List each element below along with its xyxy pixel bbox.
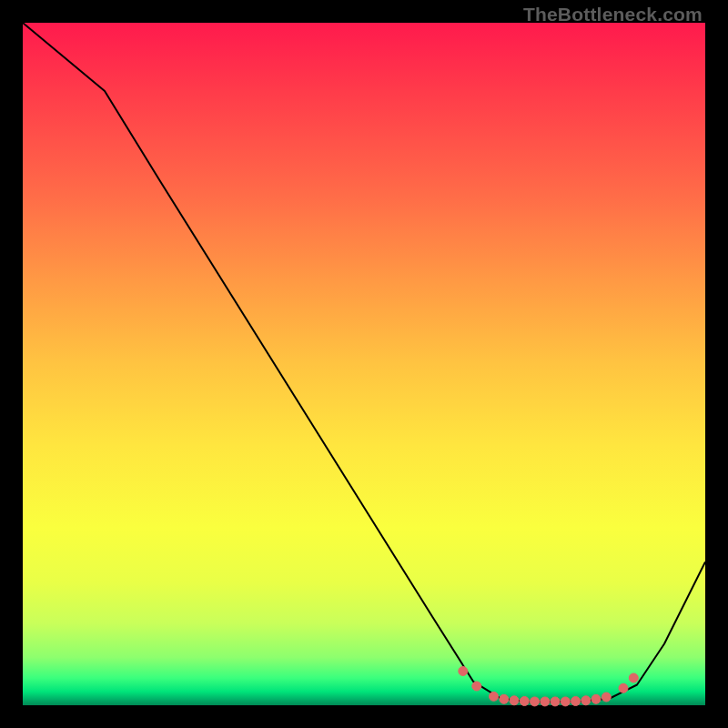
chart-root: { "watermark": "TheBottleneck.com", "col…	[0, 0, 728, 728]
valley-dot	[520, 697, 529, 706]
valley-dot	[619, 683, 628, 693]
valley-dot	[531, 697, 540, 706]
valley-dots-group	[459, 667, 639, 706]
chart-overlay	[23, 23, 705, 705]
valley-dot	[551, 697, 560, 706]
valley-dot	[510, 696, 519, 705]
valley-dot	[561, 697, 570, 706]
valley-dot	[500, 694, 509, 703]
valley-dot	[602, 693, 611, 702]
valley-dot	[571, 697, 581, 706]
valley-dot	[490, 692, 499, 701]
valley-dot	[541, 697, 550, 706]
valley-dot	[459, 667, 468, 676]
bottleneck-curve	[23, 23, 705, 702]
valley-dot	[629, 673, 638, 682]
valley-dot	[592, 694, 601, 703]
valley-dot	[472, 682, 481, 691]
valley-dot	[581, 696, 591, 705]
